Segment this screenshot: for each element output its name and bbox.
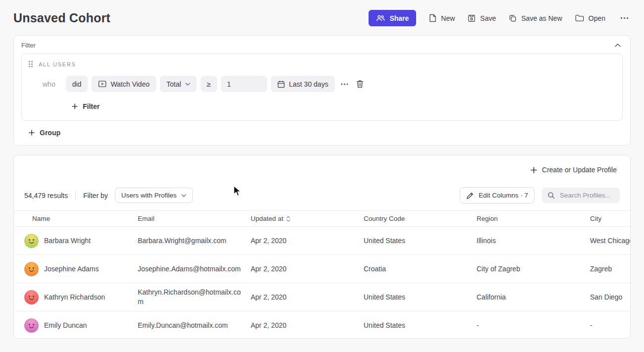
profile-region: California (477, 293, 590, 301)
column-header-city[interactable]: City (590, 215, 630, 222)
profile-name: Barbara Wright (44, 237, 91, 245)
video-icon (98, 80, 107, 88)
event-label: Watch Video (110, 80, 150, 88)
profile-email: Josephine.Adams@hotmailx.com (138, 264, 241, 274)
filter-panel: Filter ALL USERS who did Watch Video Tot… (13, 35, 631, 146)
results-count: 54,479 results (24, 192, 68, 200)
profile-name: Josephine Adams (44, 265, 99, 273)
filter-panel-label: Filter (21, 42, 36, 49)
create-or-update-label: Create or Update Profile (542, 166, 617, 174)
table-row[interactable]: Josephine Adams Josephine.Adams@hotmailx… (14, 255, 630, 283)
column-header-updated-at[interactable]: Updated at (251, 215, 364, 222)
face-icon (24, 290, 39, 304)
sort-icon (286, 216, 290, 222)
who-label: who (43, 80, 55, 88)
new-file-icon (429, 14, 436, 22)
more-options-button[interactable] (618, 15, 631, 21)
avatar (24, 318, 39, 333)
profile-filter-dropdown[interactable]: Users with Profiles (115, 188, 193, 203)
profile-updated-at: Apr 2, 2020 (251, 237, 364, 245)
table-row[interactable]: Emily Duncan Emily.Duncan@hotmailx.com A… (14, 311, 630, 339)
plus-icon (29, 130, 35, 136)
save-icon (468, 14, 476, 22)
filter-more-button[interactable] (339, 81, 350, 87)
save-as-new-button[interactable]: Save as New (509, 14, 562, 22)
create-or-update-profile-button[interactable]: Create or Update Profile (528, 165, 620, 174)
save-as-new-label: Save as New (521, 14, 562, 22)
new-label: New (441, 14, 455, 22)
add-filter-button[interactable]: Filter (69, 102, 103, 111)
column-header-country-code[interactable]: Country Code (364, 215, 477, 222)
profile-country-code: Croatia (364, 265, 477, 273)
value-input[interactable] (221, 76, 267, 92)
profile-email: Kathryn.Richardson@hotmailx.com (138, 288, 241, 306)
all-users-label: ALL USERS (39, 61, 76, 67)
search-profiles-input[interactable] (559, 191, 614, 200)
table-row[interactable]: Kathryn Richardson Kathryn.Richardson@ho… (14, 283, 630, 311)
save-label: Save (480, 14, 496, 22)
folder-icon (575, 14, 584, 22)
share-label: Share (389, 14, 409, 22)
collapse-filter-button[interactable] (613, 42, 623, 49)
did-label: did (72, 80, 82, 88)
filter-group: ALL USERS who did Watch Video Total ≥ (21, 53, 623, 121)
table-row[interactable]: Barbara Wright Barbara.Wright@gmailx.com… (14, 227, 630, 255)
face-icon (24, 318, 39, 333)
face-icon (24, 234, 39, 248)
results-panel: Create or Update Profile 54,479 results … (13, 155, 631, 339)
add-group-button[interactable]: Group (26, 128, 63, 137)
face-icon (24, 262, 39, 276)
pencil-icon (466, 192, 474, 200)
column-header-region[interactable]: Region (477, 215, 590, 222)
drag-handle-icon[interactable] (29, 61, 33, 68)
open-button[interactable]: Open (575, 14, 605, 22)
filter-by-label: Filter by (83, 192, 108, 200)
filter-row: who did Watch Video Total ≥ (43, 76, 615, 92)
profile-region: Illinois (477, 237, 590, 245)
profile-updated-at: Apr 2, 2020 (251, 293, 364, 301)
profile-city: San Diego (590, 293, 630, 301)
edit-columns-label: Edit Columns · 7 (479, 192, 528, 199)
open-label: Open (589, 14, 605, 22)
column-header-email[interactable]: Email (138, 215, 251, 222)
did-selector[interactable]: did (66, 76, 88, 92)
copy-icon (509, 14, 517, 22)
calendar-icon (277, 80, 285, 88)
add-group-label: Group (40, 129, 60, 137)
profile-region: City of Zagreb (477, 265, 590, 273)
date-range-selector[interactable]: Last 30 days (271, 76, 334, 92)
column-header-name[interactable]: Name (14, 215, 138, 222)
delete-filter-button[interactable] (354, 78, 366, 90)
top-actions: Share New Save Save as New Open (369, 10, 631, 26)
save-button[interactable]: Save (468, 14, 496, 22)
chevron-up-icon (615, 44, 621, 47)
share-button[interactable]: Share (369, 10, 416, 26)
profile-region: - (477, 321, 590, 329)
profile-country-code: United States (364, 321, 477, 329)
profile-filter-label: Users with Profiles (121, 192, 177, 199)
search-box (542, 188, 620, 203)
profile-email: Emily.Duncan@hotmailx.com (138, 321, 241, 330)
page-header: Unsaved Cohort Share New Save Save as (0, 0, 644, 35)
results-toolbar: 54,479 results Filter by Users with Prof… (14, 174, 630, 210)
table-header: Name Email Updated at Country Code Regio… (14, 210, 630, 227)
edit-columns-button[interactable]: Edit Columns · 7 (460, 187, 535, 203)
chevron-down-icon (185, 83, 190, 86)
aggregation-selector[interactable]: Total (160, 76, 197, 92)
profile-city: - (590, 321, 630, 329)
profile-city: West Chicago (590, 237, 630, 245)
profile-updated-at: Apr 2, 2020 (251, 265, 364, 273)
event-selector[interactable]: Watch Video (92, 76, 156, 92)
profile-country-code: United States (364, 293, 477, 301)
date-range-label: Last 30 days (289, 80, 328, 88)
profile-name: Emily Duncan (44, 321, 87, 329)
new-button[interactable]: New (429, 14, 455, 22)
profile-city: Zagreb (590, 265, 630, 273)
divider (75, 191, 76, 200)
operator-label: ≥ (207, 80, 211, 88)
page-title: Unsaved Cohort (13, 11, 110, 25)
avatar (24, 262, 39, 276)
table-body: Barbara Wright Barbara.Wright@gmailx.com… (14, 227, 630, 339)
profile-name: Kathryn Richardson (44, 293, 105, 301)
operator-selector[interactable]: ≥ (201, 76, 217, 92)
